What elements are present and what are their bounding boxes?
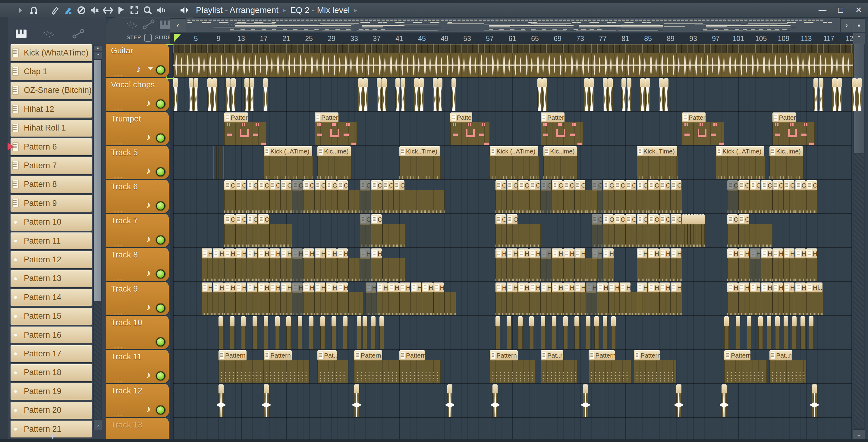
clip-body-tail[interactable] [405, 190, 444, 213]
clip-header[interactable] [320, 316, 325, 326]
delete-tool-icon[interactable] [75, 5, 88, 16]
pattern-list-item[interactable]: Pattern 6 [10, 138, 92, 155]
clip-header[interactable]: Pattern 8 [682, 113, 706, 123]
clip-body-tail[interactable] [348, 190, 360, 213]
drum-pattern-clip[interactable] [750, 190, 761, 213]
track-grip[interactable]: ... [114, 72, 123, 75]
track-grip[interactable]: ... [114, 106, 123, 109]
mini-clip[interactable] [736, 326, 740, 349]
drum-pattern-clip[interactable] [648, 190, 659, 213]
pattern-list-item[interactable]: Pattern 20 [10, 402, 92, 419]
drum-pattern-clip[interactable] [738, 224, 750, 247]
navigator-left-button[interactable]: ‹ [170, 19, 186, 32]
drum-pattern-clip[interactable] [202, 258, 213, 281]
clip-header[interactable]: H.. [366, 283, 376, 293]
mini-clip[interactable] [603, 326, 607, 349]
clip-header[interactable] [363, 316, 367, 326]
mini-clip[interactable] [563, 326, 568, 349]
instrument-note-icon[interactable]: ♪ [146, 301, 151, 313]
pattern-list-item[interactable]: Pattern 14 [10, 289, 92, 306]
clip-header[interactable]: Kick..Time) [399, 146, 440, 156]
clip-header[interactable]: Hi..1 [303, 283, 314, 293]
breadcrumb-arrangement[interactable]: EQ 2 - Mix level [290, 5, 350, 15]
audio-clip[interactable] [231, 87, 236, 111]
drum-pattern-clip[interactable] [806, 292, 823, 315]
clip-header[interactable]: Hi..2 [495, 248, 506, 259]
instrument-note-icon[interactable]: ♪ [146, 404, 151, 415]
clip-header[interactable]: OZ..) [247, 214, 258, 225]
drum-pattern-clip[interactable] [637, 258, 648, 281]
drum-pattern-clip[interactable] [772, 190, 784, 213]
clip-header[interactable]: Kick..Time) [637, 146, 678, 156]
mini-clip[interactable] [518, 326, 523, 349]
drum-pattern-clip[interactable] [795, 292, 807, 315]
drum-pattern-clip[interactable] [586, 292, 597, 315]
clip-header[interactable]: Hi.. [213, 248, 224, 259]
drum-pattern-clip[interactable] [303, 190, 315, 213]
drum-pattern-clip[interactable] [795, 258, 807, 281]
drum-pattern-clip[interactable] [399, 156, 441, 179]
clip-header[interactable]: Hi.. [213, 283, 224, 293]
zoom-tool-icon[interactable] [141, 5, 154, 16]
audio-clip[interactable] [493, 393, 498, 417]
drum-pattern-clip[interactable] [529, 190, 541, 213]
mini-clip[interactable] [230, 326, 235, 349]
track-header[interactable]: Trumpet...♪ [106, 112, 169, 145]
clip-header[interactable]: Cl..1 [224, 180, 235, 190]
drum-pattern-clip[interactable] [625, 190, 637, 213]
pattern-scroll-down-button[interactable]: ⌄ [93, 420, 102, 430]
drum-pattern-clip[interactable] [750, 292, 761, 315]
audio-clip[interactable] [194, 87, 198, 111]
instrument-note-icon[interactable]: ♪ [146, 233, 151, 244]
clip-header[interactable]: Hi..1 [411, 283, 422, 293]
audio-clip[interactable] [589, 87, 594, 111]
clip-header[interactable]: Hi..1 [620, 283, 630, 293]
track-grip[interactable]: ... [114, 412, 123, 415]
drum-pattern-clip[interactable] [371, 190, 382, 213]
drum-pattern-clip[interactable] [292, 292, 304, 315]
trumpet-pattern-clip[interactable] [450, 122, 490, 145]
clip-header[interactable]: Pat..rn 7 [770, 350, 792, 361]
clip-header[interactable]: Hi.. [281, 283, 291, 293]
drum-pattern-clip[interactable] [552, 190, 563, 213]
audio-clip[interactable] [226, 87, 230, 111]
pattern-list-item[interactable]: Hihat Roll 1 [10, 120, 92, 137]
drum-pattern-clip[interactable] [625, 224, 637, 247]
mini-clip[interactable] [541, 326, 545, 349]
track-enable-led[interactable] [156, 235, 165, 244]
clip-header[interactable]: Hi..2 [795, 248, 806, 259]
audio-clip[interactable] [382, 87, 387, 111]
trumpet-pattern-clip[interactable] [682, 122, 724, 145]
clip-header[interactable]: Hi..1 [795, 283, 806, 293]
mini-clip[interactable] [724, 326, 729, 349]
drum-pattern-clip[interactable] [682, 224, 685, 247]
clip-header[interactable]: Hi..2 [247, 248, 258, 259]
clip-body-tail[interactable] [444, 292, 456, 315]
mini-clip[interactable] [611, 326, 616, 349]
audio-clip[interactable] [419, 87, 424, 111]
clip-header[interactable]: Pat..rn 7 [317, 350, 337, 361]
clip-header[interactable]: Pat..rn 7 [541, 350, 564, 361]
breadcrumb-playlist[interactable]: Playlist - Arrangement [196, 5, 278, 15]
clip-header[interactable]: Cl..1 [258, 180, 269, 190]
drum-pattern-clip[interactable] [224, 224, 236, 247]
drum-pattern-clip[interactable] [247, 190, 258, 213]
clip-header[interactable] [552, 316, 556, 326]
clip-header[interactable]: Hi..2 [761, 248, 772, 259]
drum-pattern-clip[interactable] [258, 224, 270, 247]
melody-pattern-clip[interactable] [264, 360, 309, 383]
drum-pattern-clip[interactable] [702, 224, 704, 247]
clip-header[interactable]: H.. [541, 248, 552, 259]
clip-header[interactable] [518, 316, 523, 326]
clip-header[interactable]: Kic..ime) [770, 146, 803, 156]
track-grip[interactable]: ... [114, 344, 123, 347]
drum-pattern-clip[interactable] [507, 292, 518, 315]
clip-header[interactable]: Hi..1 [315, 283, 326, 293]
clip-header[interactable] [230, 316, 235, 326]
clip-header[interactable]: Hi..2 [603, 248, 614, 259]
audio-clip[interactable] [721, 393, 727, 417]
clip-header[interactable]: OZ..) [727, 214, 738, 225]
clip-header[interactable] [792, 316, 797, 326]
drum-pattern-clip[interactable] [371, 258, 382, 281]
clip-header[interactable]: Hi.. [575, 248, 585, 259]
